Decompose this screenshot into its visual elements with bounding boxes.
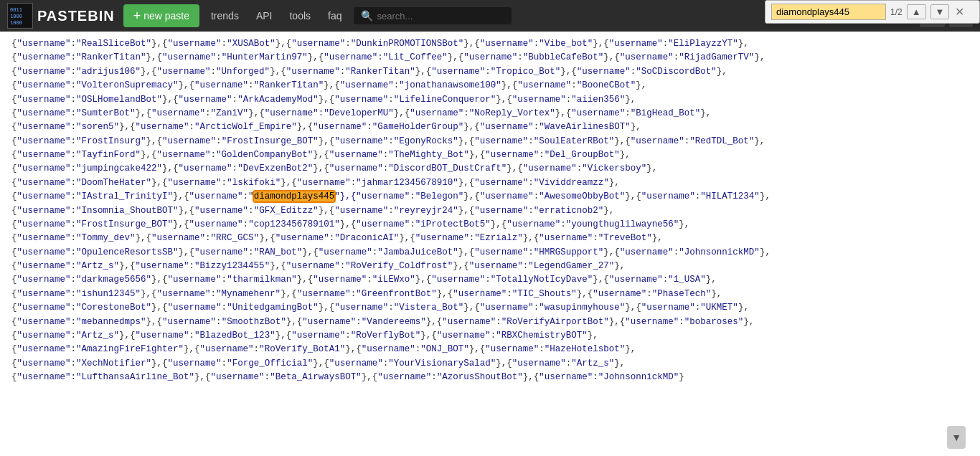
table-row: {"username":"ishun12345"},{"username":"M… — [11, 288, 969, 301]
search-input[interactable] — [377, 11, 504, 22]
table-row: {"username":"mebannedmps"},{"username":"… — [11, 315, 969, 329]
table-row: {"username":"CorestoneBot"},{"username":… — [11, 301, 969, 315]
api-link[interactable]: API — [250, 7, 278, 24]
table-row: {"username":"jumpingcake422"},{"username… — [11, 162, 969, 176]
table-row: {"username":"SumterBot"},{"username":"Za… — [11, 107, 969, 120]
plus-icon: + — [133, 9, 141, 22]
logo-text: PASTEBIN — [37, 8, 115, 24]
table-row: {"username":"AmazingFireFighter"},{"user… — [11, 343, 969, 356]
table-row: {"username":"adrijus106"},{"username":"U… — [11, 65, 969, 79]
table-row: {"username":"XechNotifier"},{"username":… — [11, 357, 969, 371]
find-next-button[interactable]: ▼ — [930, 4, 950, 19]
table-row: {"username":"FrostInsurge_BOT"},{"userna… — [11, 218, 969, 232]
find-count: 1/2 — [890, 7, 903, 17]
faq-link[interactable]: faq — [322, 7, 347, 24]
new-paste-label: new paste — [143, 10, 189, 22]
table-row: {"username":"RankerTitan"},{"username":"… — [11, 51, 969, 65]
table-row: {"username":"TayfinFord"},{"username":"G… — [11, 148, 969, 162]
search-icon: 🔍 — [361, 10, 373, 22]
table-row: {"username":"IAstral_TrinityI"},{"userna… — [11, 190, 969, 204]
logo-area: 0011 1000 1000 PASTEBIN — [7, 3, 115, 29]
table-row: {"username":"Artz_s"},{"username":"Bizzy… — [11, 260, 969, 273]
primary-match: diamondplays445 — [254, 191, 335, 201]
table-row: {"username":"FrostInsurg"},{"username":"… — [11, 135, 969, 148]
main-content: {"username":"RealSliceBot"},{"username":… — [0, 32, 980, 456]
svg-text:1000: 1000 — [10, 20, 22, 26]
table-row: {"username":"OpulenceResortsSB"},{"usern… — [11, 246, 969, 260]
table-row: {"username":"Tommy_dev"},{"username":"RR… — [11, 232, 969, 245]
table-row: {"username":"RealSliceBot"},{"username":… — [11, 37, 969, 51]
logo-icon: 0011 1000 1000 — [7, 3, 33, 29]
scroll-to-bottom[interactable]: ▼ — [947, 426, 966, 449]
table-row: {"username":"LufthansaAirline_Bot"},{"us… — [11, 371, 969, 384]
table-row: {"username":"Artz_s"},{"username":"Blaze… — [11, 329, 969, 343]
new-paste-button[interactable]: + new paste — [123, 4, 199, 27]
find-input[interactable] — [771, 4, 886, 20]
svg-text:0011: 0011 — [10, 7, 22, 13]
search-area: 🔍 — [354, 7, 512, 24]
find-bar: 1/2 ▲ ▼ ✕ — [765, 0, 980, 24]
table-row: {"username":"Insomnia_ShoutBOT"},{"usern… — [11, 204, 969, 218]
code-content: {"username":"RealSliceBot"},{"username":… — [11, 37, 969, 384]
tools-link[interactable]: tools — [283, 7, 316, 24]
table-row: {"username":"DoomTheHater"},{"username":… — [11, 176, 969, 190]
trends-link[interactable]: trends — [205, 7, 245, 24]
table-row: {"username":"soren5"},{"username":"Arcti… — [11, 120, 969, 134]
svg-text:1000: 1000 — [10, 14, 22, 19]
find-prev-button[interactable]: ▲ — [907, 4, 926, 19]
find-close-button[interactable]: ✕ — [953, 5, 966, 19]
table-row: {"username":"OSLHomelandBot"},{"username… — [11, 93, 969, 107]
table-row: {"username":"darkmage5656"},{"username":… — [11, 273, 969, 287]
table-row: {"username":"VolteronSupremacy"},{"usern… — [11, 79, 969, 92]
